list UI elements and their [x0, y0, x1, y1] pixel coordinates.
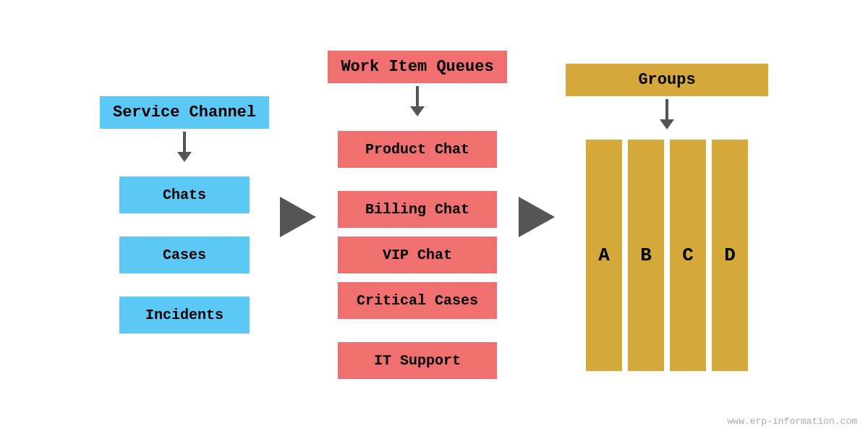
service-channel-column: Service Channel Chats Cases Incidents	[100, 96, 269, 338]
queue-item-critical-cases: Critical Cases	[338, 282, 497, 319]
groups-header: Groups	[566, 64, 768, 96]
queue-item-vip-chat: VIP Chat	[338, 237, 497, 273]
queue-item-product-chat: Product Chat	[338, 131, 497, 168]
group-bar-b: B	[628, 140, 664, 371]
service-channel-items: Chats Cases Incidents	[119, 172, 250, 338]
group-bar-a: A	[586, 140, 622, 371]
service-item-cases: Cases	[119, 237, 250, 273]
groups-bars: A B C D	[586, 140, 748, 371]
arrow-down-queues	[410, 86, 425, 116]
group-bar-c: C	[670, 140, 706, 371]
queues-items: Product Chat Billing Chat VIP Chat Criti…	[338, 127, 497, 383]
arrow-right-icon-2	[519, 197, 555, 237]
queue-item-it-support: IT Support	[338, 342, 497, 379]
arrow-service-to-queues	[269, 197, 327, 237]
arrow-queues-to-groups	[508, 197, 566, 237]
service-item-incidents: Incidents	[119, 297, 250, 333]
service-channel-header: Service Channel	[100, 96, 269, 129]
work-item-queues-column: Work Item Queues Product Chat Billing Ch…	[327, 51, 508, 383]
arrow-down-groups	[660, 99, 674, 129]
queue-item-billing-chat: Billing Chat	[338, 191, 497, 228]
groups-column: Groups A B C D	[566, 64, 768, 371]
work-item-queues-header: Work Item Queues	[328, 51, 506, 83]
service-item-chats: Chats	[119, 176, 250, 213]
group-bar-d: D	[712, 140, 748, 371]
watermark: www.erp-information.com	[728, 416, 857, 427]
arrow-right-icon	[280, 197, 316, 237]
arrow-down-service	[177, 132, 192, 162]
diagram: Service Channel Chats Cases Incidents	[0, 0, 868, 434]
